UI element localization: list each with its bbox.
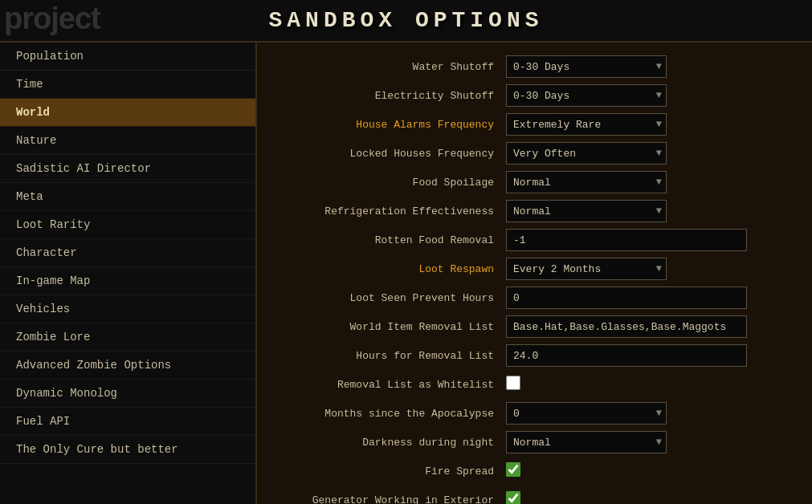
option-label-water-shutoff: Water Shutoff bbox=[281, 61, 506, 73]
option-label-food-spoilage: Food Spoilage bbox=[281, 177, 506, 189]
checkbox-fire-spread[interactable] bbox=[506, 462, 520, 477]
option-row-generator-working-in-exterior: Generator Working in Exterior bbox=[281, 488, 788, 504]
option-row-locked-houses-frequency: Locked Houses FrequencyNeverRarelySometi… bbox=[281, 141, 788, 165]
option-label-months-since-apocalypse: Months since the Apocalypse bbox=[281, 408, 506, 420]
option-control-world-item-removal-list bbox=[506, 315, 788, 338]
text-input-rotten-food-removal[interactable] bbox=[506, 229, 747, 251]
option-control-food-spoilage: OffSlowNormalFast▼ bbox=[506, 171, 788, 193]
options-panel: Water Shutoff0-30 Days0-2 Months2-6 Mont… bbox=[257, 43, 812, 504]
dropdown-wrapper-food-spoilage: OffSlowNormalFast▼ bbox=[506, 171, 667, 193]
text-input-hours-for-removal-list[interactable] bbox=[506, 344, 747, 367]
dropdown-wrapper-darkness-during-night: Pitch BlackDarkNormalBright▼ bbox=[506, 431, 667, 453]
dropdown-locked-houses-frequency[interactable]: NeverRarelySometimesOftenVery Often bbox=[506, 142, 667, 165]
option-row-refrigeration-effectiveness: Refrigeration EffectivenessLowNormalHigh… bbox=[281, 199, 788, 223]
main-content: PopulationTimeWorldNatureSadistic AI Dir… bbox=[0, 43, 812, 504]
option-label-rotten-food-removal: Rotten Food Removal bbox=[281, 234, 506, 246]
option-row-electricity-shutoff: Electricity Shutoff0-30 Days0-2 Months2-… bbox=[281, 83, 788, 108]
option-label-removal-list-as-whitelist: Removal List as Whitelist bbox=[281, 379, 506, 391]
sidebar-item-meta[interactable]: Meta bbox=[0, 183, 255, 211]
dropdown-wrapper-water-shutoff: 0-30 Days0-2 Months2-6 MonthsInstantNone… bbox=[506, 55, 667, 78]
option-control-water-shutoff: 0-30 Days0-2 Months2-6 MonthsInstantNone… bbox=[506, 55, 788, 78]
option-label-locked-houses-frequency: Locked Houses Frequency bbox=[281, 148, 506, 160]
option-control-loot-respawn: NoneEvery DayEvery WeekEvery MonthEvery … bbox=[506, 258, 788, 280]
checkbox-generator-working-in-exterior[interactable] bbox=[506, 491, 520, 505]
option-row-food-spoilage: Food SpoilageOffSlowNormalFast▼ bbox=[281, 170, 788, 194]
sidebar-item-advanced-zombie-options[interactable]: Advanced Zombie Options bbox=[0, 352, 255, 380]
dropdown-months-since-apocalypse[interactable]: 0123612 bbox=[506, 402, 667, 425]
dropdown-wrapper-refrigeration-effectiveness: LowNormalHighVery High▼ bbox=[506, 200, 667, 222]
header: project SANDBOX OPTIONS bbox=[0, 0, 812, 43]
option-control-removal-list-as-whitelist bbox=[506, 376, 788, 394]
dropdown-wrapper-locked-houses-frequency: NeverRarelySometimesOftenVery Often▼ bbox=[506, 142, 667, 165]
option-control-hours-for-removal-list bbox=[506, 344, 788, 367]
option-control-months-since-apocalypse: 0123612▼ bbox=[506, 402, 788, 425]
option-row-house-alarms-frequency: House Alarms FrequencyNeverExtremely Rar… bbox=[281, 112, 788, 136]
page-title: SANDBOX OPTIONS bbox=[268, 8, 543, 33]
sidebar-item-time[interactable]: Time bbox=[0, 71, 255, 99]
text-input-world-item-removal-list[interactable] bbox=[506, 315, 747, 338]
option-control-loot-seen-prevent-hours bbox=[506, 287, 788, 309]
dropdown-wrapper-electricity-shutoff: 0-30 Days0-2 Months2-6 MonthsInstantNone… bbox=[506, 84, 667, 107]
option-label-loot-seen-prevent-hours: Loot Seen Prevent Hours bbox=[281, 292, 506, 304]
option-label-world-item-removal-list: World Item Removal List bbox=[281, 321, 506, 333]
dropdown-house-alarms-frequency[interactable]: NeverExtremely RareRareSometimesCommonVe… bbox=[506, 113, 667, 136]
option-row-removal-list-as-whitelist: Removal List as Whitelist bbox=[281, 372, 788, 396]
option-row-months-since-apocalypse: Months since the Apocalypse0123612▼ bbox=[281, 401, 788, 425]
option-label-fire-spread: Fire Spread bbox=[281, 465, 506, 478]
sidebar-item-sadistic-ai-director[interactable]: Sadistic AI Director bbox=[0, 155, 255, 183]
option-control-electricity-shutoff: 0-30 Days0-2 Months2-6 MonthsInstantNone… bbox=[506, 84, 788, 107]
checkbox-removal-list-as-whitelist[interactable] bbox=[506, 376, 520, 390]
option-control-fire-spread bbox=[506, 462, 788, 481]
sidebar-item-dynamic-monolog[interactable]: Dynamic Monolog bbox=[0, 380, 255, 408]
sidebar-item-character[interactable]: Character bbox=[0, 239, 255, 267]
dropdown-refrigeration-effectiveness[interactable]: LowNormalHighVery High bbox=[506, 200, 667, 222]
dropdown-darkness-during-night[interactable]: Pitch BlackDarkNormalBright bbox=[506, 431, 667, 453]
option-row-hours-for-removal-list: Hours for Removal List bbox=[281, 343, 788, 368]
dropdown-wrapper-months-since-apocalypse: 0123612▼ bbox=[506, 402, 667, 425]
sidebar-item-population[interactable]: Population bbox=[0, 43, 255, 71]
option-label-refrigeration-effectiveness: Refrigeration Effectiveness bbox=[281, 205, 506, 217]
sidebar-item-nature[interactable]: Nature bbox=[0, 127, 255, 155]
option-label-darkness-during-night: Darkness during night bbox=[281, 437, 506, 449]
logo-text: project bbox=[4, 2, 100, 36]
option-label-house-alarms-frequency: House Alarms Frequency bbox=[281, 119, 506, 131]
option-row-darkness-during-night: Darkness during nightPitch BlackDarkNorm… bbox=[281, 430, 788, 454]
dropdown-loot-respawn[interactable]: NoneEvery DayEvery WeekEvery MonthEvery … bbox=[506, 258, 667, 280]
option-row-fire-spread: Fire Spread bbox=[281, 459, 788, 483]
dropdown-wrapper-loot-respawn: NoneEvery DayEvery WeekEvery MonthEvery … bbox=[506, 258, 667, 280]
dropdown-electricity-shutoff[interactable]: 0-30 Days0-2 Months2-6 MonthsInstantNone bbox=[506, 84, 667, 107]
sidebar: PopulationTimeWorldNatureSadistic AI Dir… bbox=[0, 43, 257, 504]
option-row-loot-seen-prevent-hours: Loot Seen Prevent Hours bbox=[281, 286, 788, 310]
sidebar-item-in-game-map[interactable]: In-game Map bbox=[0, 267, 255, 295]
sidebar-item-zombie-lore[interactable]: Zombie Lore bbox=[0, 323, 255, 352]
option-control-house-alarms-frequency: NeverExtremely RareRareSometimesCommonVe… bbox=[506, 113, 788, 136]
option-row-water-shutoff: Water Shutoff0-30 Days0-2 Months2-6 Mont… bbox=[281, 55, 788, 79]
sidebar-item-the-only-cure[interactable]: The Only Cure but better bbox=[0, 436, 255, 464]
option-control-darkness-during-night: Pitch BlackDarkNormalBright▼ bbox=[506, 431, 788, 453]
dropdown-wrapper-house-alarms-frequency: NeverExtremely RareRareSometimesCommonVe… bbox=[506, 113, 667, 136]
option-label-generator-working-in-exterior: Generator Working in Exterior bbox=[281, 494, 506, 505]
sidebar-item-fuel-api[interactable]: Fuel API bbox=[0, 408, 255, 436]
dropdown-water-shutoff[interactable]: 0-30 Days0-2 Months2-6 MonthsInstantNone bbox=[506, 55, 667, 78]
option-control-locked-houses-frequency: NeverRarelySometimesOftenVery Often▼ bbox=[506, 142, 788, 165]
option-control-generator-working-in-exterior bbox=[506, 491, 788, 505]
option-label-hours-for-removal-list: Hours for Removal List bbox=[281, 350, 506, 362]
text-input-loot-seen-prevent-hours[interactable] bbox=[506, 287, 747, 309]
option-row-loot-respawn: Loot RespawnNoneEvery DayEvery WeekEvery… bbox=[281, 257, 788, 281]
option-control-rotten-food-removal bbox=[506, 229, 788, 251]
sidebar-item-world[interactable]: World bbox=[0, 99, 255, 127]
option-row-world-item-removal-list: World Item Removal List bbox=[281, 315, 788, 339]
option-label-loot-respawn: Loot Respawn bbox=[281, 263, 506, 275]
option-control-refrigeration-effectiveness: LowNormalHighVery High▼ bbox=[506, 200, 788, 222]
sidebar-item-vehicles[interactable]: Vehicles bbox=[0, 295, 255, 323]
option-label-electricity-shutoff: Electricity Shutoff bbox=[281, 90, 506, 102]
option-row-rotten-food-removal: Rotten Food Removal bbox=[281, 228, 788, 252]
sidebar-item-loot-rarity[interactable]: Loot Rarity bbox=[0, 211, 255, 239]
dropdown-food-spoilage[interactable]: OffSlowNormalFast bbox=[506, 171, 667, 193]
